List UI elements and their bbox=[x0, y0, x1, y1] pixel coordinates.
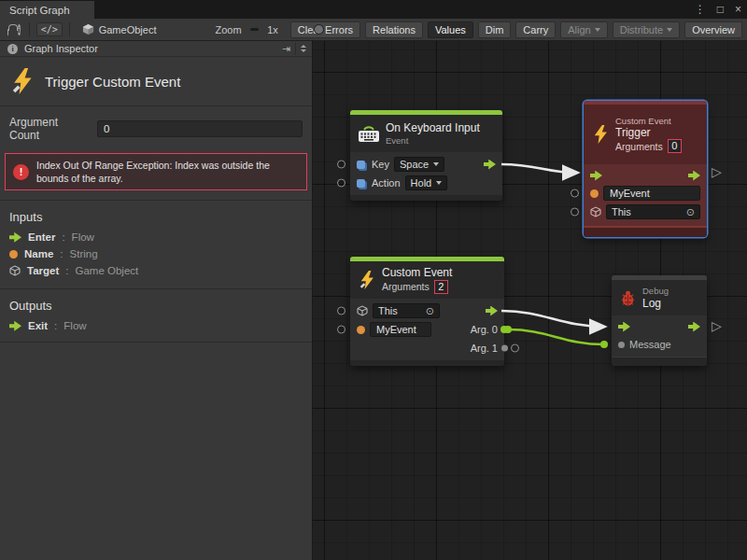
input-port-circle[interactable] bbox=[337, 179, 345, 188]
node-header[interactable]: Custom Event Trigger Arguments 0 bbox=[584, 105, 707, 164]
chevron-down-icon bbox=[436, 181, 442, 185]
arguments-count-badge[interactable]: 0 bbox=[668, 139, 682, 153]
values-button[interactable]: Values bbox=[428, 21, 473, 38]
arguments-label: Arguments bbox=[615, 141, 663, 153]
graph-inspector-title: Graph Inspector bbox=[24, 43, 98, 54]
output-port-exit: Exit : Flow bbox=[0, 317, 312, 334]
node-trigger-custom-event[interactable]: Custom Event Trigger Arguments 0 bbox=[584, 101, 707, 237]
wire-customevent-to-debug[interactable] bbox=[501, 311, 604, 327]
flow-input-port[interactable] bbox=[590, 171, 602, 181]
graph-inspector-header: i Graph Inspector ⇥ bbox=[0, 41, 312, 57]
event-name-field[interactable]: MyEvent bbox=[370, 322, 431, 337]
close-icon[interactable]: × bbox=[735, 4, 741, 15]
clear-errors-button[interactable]: Clear Errors bbox=[290, 21, 360, 38]
string-port-icon bbox=[9, 250, 18, 259]
play-indicator-icon: ▷ bbox=[712, 319, 722, 332]
custom-event-bolt-icon bbox=[358, 271, 376, 289]
target-dropdown[interactable]: This ⊙ bbox=[373, 303, 440, 318]
arg1-output-port[interactable] bbox=[501, 345, 508, 352]
input-port-circle[interactable] bbox=[337, 326, 345, 334]
tab-bar: Script Graph ⋮ □ × bbox=[0, 0, 747, 19]
object-picker-icon[interactable]: ⊙ bbox=[426, 306, 434, 316]
overview-button[interactable]: Overview bbox=[684, 21, 742, 38]
edit-script-icon[interactable]: </> bbox=[36, 22, 63, 36]
maximize-icon[interactable]: □ bbox=[717, 4, 724, 15]
carry-button[interactable]: Carry bbox=[515, 21, 556, 38]
input-port-circle[interactable] bbox=[571, 208, 579, 217]
action-port-row: Action Hold bbox=[350, 174, 502, 192]
inspect-icon[interactable]: i bbox=[18, 24, 21, 35]
node-footer bbox=[584, 226, 707, 237]
node-footer bbox=[612, 357, 707, 366]
flow-input-port[interactable] bbox=[618, 322, 630, 332]
relations-button[interactable]: Relations bbox=[365, 21, 423, 38]
window-menu-icon[interactable]: ⋮ bbox=[695, 4, 706, 15]
input-port-circle[interactable] bbox=[337, 307, 345, 315]
node-subtitle: Event bbox=[386, 135, 480, 146]
chevron-down-icon bbox=[433, 162, 439, 166]
window-controls: ⋮ □ × bbox=[695, 0, 741, 19]
gameobject-port-icon bbox=[590, 206, 601, 217]
unity-script-graph-window: Script Graph ⋮ □ × i </> GameObject Zoom… bbox=[0, 0, 747, 560]
message-label: Message bbox=[629, 339, 671, 350]
custom-event-bolt-icon bbox=[591, 125, 610, 144]
lock-icon[interactable] bbox=[7, 29, 8, 35]
target-dropdown[interactable]: This ⊙ bbox=[606, 204, 700, 219]
arg1-row: Arg. 1 bbox=[350, 339, 504, 357]
keycode-icon bbox=[357, 161, 365, 169]
string-port-icon bbox=[590, 189, 599, 198]
node-header[interactable]: Debug Log bbox=[612, 280, 707, 315]
action-dropdown[interactable]: Hold bbox=[405, 175, 448, 190]
node-kind: Custom Event bbox=[615, 116, 682, 126]
tab-script-graph[interactable]: Script Graph bbox=[0, 1, 94, 19]
distribute-button[interactable]: Distribute bbox=[613, 21, 680, 38]
unconnected-port-circle[interactable] bbox=[511, 344, 519, 353]
node-custom-event[interactable]: Custom Event Arguments 2 bbox=[350, 257, 504, 366]
error-message-box: ! Index Out Of Range Exception: Index wa… bbox=[5, 153, 307, 190]
graph-inspector-panel: i Graph Inspector ⇥ Trigger Custom Event… bbox=[0, 41, 313, 560]
keyboard-input-icon bbox=[358, 124, 380, 143]
play-indicator-icon: ▷ bbox=[712, 165, 722, 178]
object-picker-icon[interactable]: ⊙ bbox=[686, 207, 695, 217]
arg0-label: Arg. 0 bbox=[471, 324, 498, 335]
event-name-arg0-row: MyEvent Arg. 0 bbox=[350, 320, 504, 339]
selected-unit-header: Trigger Custom Event bbox=[0, 57, 312, 105]
node-header[interactable]: On Keyboard Input Event bbox=[350, 115, 502, 152]
string-port-icon bbox=[357, 326, 365, 334]
event-name-field[interactable]: MyEvent bbox=[603, 186, 700, 201]
zoom-slider-handle[interactable] bbox=[314, 24, 324, 35]
message-input-port[interactable] bbox=[618, 342, 625, 348]
node-debug-log[interactable]: Debug Log Message bbox=[612, 275, 707, 366]
flow-output-port[interactable] bbox=[688, 171, 700, 181]
wire-arg0-to-message[interactable] bbox=[508, 329, 604, 344]
node-header[interactable]: Custom Event Arguments 2 bbox=[350, 261, 504, 299]
arguments-count-badge[interactable]: 2 bbox=[434, 280, 448, 294]
dim-button[interactable]: Dim bbox=[478, 21, 512, 38]
flow-row bbox=[584, 167, 707, 184]
chevron-down-icon bbox=[667, 28, 672, 32]
input-port-circle[interactable] bbox=[337, 161, 345, 169]
node-title: On Keyboard Input bbox=[386, 121, 480, 134]
graph-canvas[interactable]: On Keyboard Input Event Key Space bbox=[313, 41, 747, 560]
node-footer bbox=[350, 360, 504, 366]
panel-scroll-buttons[interactable] bbox=[295, 43, 306, 55]
toolbar-separator bbox=[29, 22, 30, 36]
node-title: Trigger bbox=[615, 126, 682, 139]
key-dropdown[interactable]: Space bbox=[394, 157, 444, 172]
flow-port-icon bbox=[9, 232, 21, 243]
wire-keyboard-to-trigger[interactable] bbox=[501, 164, 577, 173]
gameobject-port-icon bbox=[9, 265, 21, 276]
error-icon: ! bbox=[13, 164, 29, 180]
dock-panel-icon[interactable]: ⇥ bbox=[282, 44, 290, 54]
flow-output-port[interactable] bbox=[486, 306, 498, 316]
flow-output-port[interactable] bbox=[688, 322, 700, 332]
argument-count-input[interactable] bbox=[97, 120, 303, 137]
zoom-slider[interactable] bbox=[250, 28, 260, 31]
arg0-output-port[interactable] bbox=[500, 326, 508, 333]
node-on-keyboard-input[interactable]: On Keyboard Input Event Key Space bbox=[350, 110, 502, 201]
argument-count-label: Argument Count bbox=[9, 116, 90, 142]
gameobject-chip[interactable]: GameObject bbox=[77, 21, 162, 38]
input-port-circle[interactable] bbox=[571, 189, 579, 198]
align-button[interactable]: Align bbox=[560, 21, 607, 38]
flow-output-port[interactable] bbox=[484, 160, 496, 170]
